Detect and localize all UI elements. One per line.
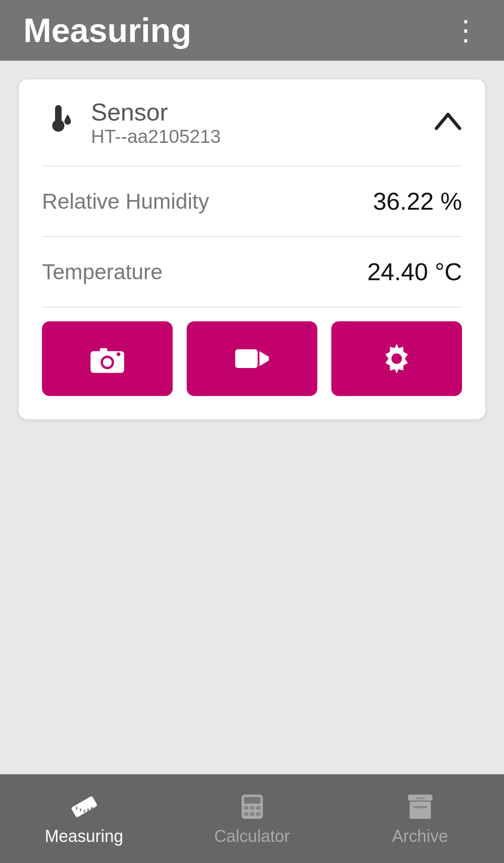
svg-point-1 [52,120,64,132]
nav-label-measuring: Measuring [45,827,123,846]
humidity-value: 36.22 % [373,187,462,215]
sensor-id: HT--aa2105213 [91,126,221,147]
svg-rect-24 [256,812,260,815]
page-title: Measuring [23,11,191,50]
svg-rect-18 [244,797,260,804]
svg-rect-22 [244,812,248,815]
gear-icon [378,340,415,377]
sensor-left: Sensor HT--aa2105213 [42,98,221,147]
camera-button[interactable] [42,321,173,396]
svg-point-4 [103,358,112,367]
camera-icon [89,340,126,377]
settings-button[interactable] [331,321,462,396]
video-button[interactable] [187,321,317,396]
svg-rect-26 [409,801,431,819]
temperature-label: Temperature [42,259,162,284]
svg-rect-19 [244,806,248,809]
svg-marker-8 [259,351,269,366]
svg-rect-21 [256,806,260,809]
svg-point-10 [392,354,402,364]
sensor-card: Sensor HT--aa2105213 Relative Humidity 3… [19,79,485,419]
divider-1 [42,166,462,166]
top-bar: Measuring ⋮ [0,0,504,61]
svg-point-6 [117,352,120,356]
humidity-row: Relative Humidity 36.22 % [42,171,462,232]
main-content: Sensor HT--aa2105213 Relative Humidity 3… [0,61,504,774]
divider-2 [42,236,462,237]
sensor-info: Sensor HT--aa2105213 [91,98,221,147]
humidity-label: Relative Humidity [42,189,209,214]
temperature-row: Temperature 24.40 °C [42,241,462,302]
collapse-button[interactable] [434,108,462,138]
nav-label-archive: Archive [392,827,448,846]
nav-item-archive[interactable]: Archive [336,792,504,846]
nav-item-measuring[interactable]: Measuring [0,792,168,846]
more-options-button[interactable]: ⋮ [452,14,481,47]
ruler-icon [69,792,99,822]
temperature-value: 24.40 °C [367,258,462,286]
svg-rect-11 [70,795,97,817]
sensor-icon [42,101,77,144]
nav-item-calculator[interactable]: Calculator [168,792,336,846]
bottom-nav: Measuring Calculator Archive [0,774,504,863]
sensor-header: Sensor HT--aa2105213 [42,98,462,161]
video-icon [233,340,271,377]
action-buttons [42,321,462,396]
calculator-icon [237,792,267,822]
divider-3 [42,307,462,307]
svg-rect-27 [413,806,427,808]
svg-rect-23 [250,812,254,815]
sensor-name: Sensor [91,98,221,126]
nav-label-calculator: Calculator [214,827,290,846]
svg-rect-7 [235,349,258,368]
svg-rect-5 [100,348,107,352]
svg-rect-20 [250,806,254,809]
archive-icon [405,792,435,822]
